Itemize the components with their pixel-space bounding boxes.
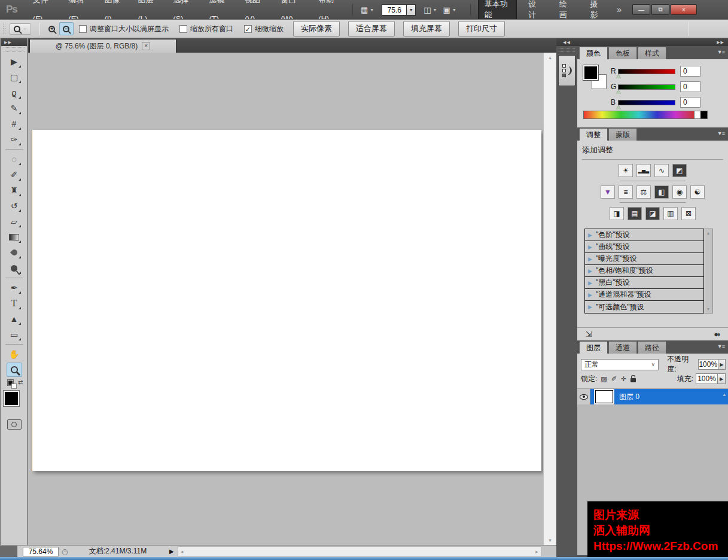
blue-slider[interactable] xyxy=(618,100,675,105)
close-document-icon[interactable]: × xyxy=(142,42,150,50)
curves-button[interactable]: ∿ xyxy=(654,164,669,177)
preset-scrollbar[interactable]: ▴ ▾ xyxy=(704,229,713,314)
status-flyout-icon[interactable]: ▶ xyxy=(166,548,178,555)
layer-thumbnail[interactable] xyxy=(595,390,613,403)
status-zoom-field[interactable]: 75.64% xyxy=(23,547,59,556)
dock-grip[interactable] xyxy=(559,48,575,52)
threshold-button[interactable]: ◪ xyxy=(645,207,660,220)
opacity-field[interactable]: 100% xyxy=(698,359,718,370)
rectangular-marquee-tool[interactable]: ▢ xyxy=(7,70,22,84)
slider-handle[interactable] xyxy=(616,74,621,78)
workspace-overflow-icon[interactable]: » xyxy=(612,5,626,14)
foreground-color-swatch[interactable] xyxy=(583,65,598,80)
tab-styles[interactable]: 样式 xyxy=(638,47,666,59)
zoom-all-windows-checkbox[interactable]: 缩放所有窗口 xyxy=(179,24,233,34)
scrubby-zoom-checkbox[interactable]: ✓ 细微缩放 xyxy=(244,24,284,34)
zoom-level-combobox[interactable]: 75.6 ▼ xyxy=(382,4,416,16)
preset-channel-mixer[interactable]: ▶"通道混和器"预设 xyxy=(585,289,703,301)
color-spectrum-ramp[interactable] xyxy=(583,111,708,119)
expander-icon[interactable]: ▶ xyxy=(585,268,596,274)
lasso-tool[interactable]: ϱ xyxy=(7,86,22,100)
vibrance-button[interactable]: ▼ xyxy=(601,185,615,199)
scroll-up-icon[interactable]: ▴ xyxy=(723,391,726,397)
levels-button[interactable]: ▂▅▃ xyxy=(636,164,651,177)
tab-color[interactable]: 颜色 xyxy=(579,47,608,59)
restore-button[interactable]: ⧉ xyxy=(651,4,669,15)
crop-tool[interactable]: # xyxy=(7,117,22,131)
default-background-swatch[interactable] xyxy=(11,384,17,389)
scroll-down-icon[interactable]: ▾ xyxy=(549,535,552,545)
photo-filter-button[interactable]: ◉ xyxy=(672,185,687,199)
preset-curves[interactable]: ▶"曲线"预设 xyxy=(585,241,703,253)
toolbox-grip[interactable] xyxy=(4,47,25,52)
path-selection-tool[interactable]: ▲ xyxy=(7,312,22,326)
slider-handle[interactable] xyxy=(616,105,621,109)
blur-tool[interactable] xyxy=(7,245,22,260)
red-value-field[interactable]: 0 xyxy=(680,66,700,77)
close-button[interactable]: × xyxy=(671,4,697,15)
horizontal-scrollbar[interactable]: ◂ ▸ xyxy=(178,546,541,557)
hand-tool[interactable]: ✋ xyxy=(7,347,22,361)
standard-view-icon[interactable]: ⇲ xyxy=(586,330,592,339)
channel-mixer-button[interactable]: ☯ xyxy=(690,185,705,199)
dodge-tool[interactable] xyxy=(7,261,22,275)
zoom-level-value[interactable]: 75.6 xyxy=(382,4,407,16)
zoom-tool[interactable] xyxy=(7,363,22,377)
preset-selective-color[interactable]: ▶"可选颜色"预设 xyxy=(585,301,703,313)
white-swatch[interactable] xyxy=(694,111,700,118)
canvas-area[interactable] xyxy=(28,53,543,545)
invert-button[interactable]: ◨ xyxy=(610,207,624,220)
panel-menu-icon[interactable]: ▼≡ xyxy=(717,130,724,136)
preset-exposure[interactable]: ▶"曝光度"预设 xyxy=(585,253,703,265)
layer-row-selected[interactable]: 图层 0 ▴ xyxy=(577,389,728,404)
black-white-button[interactable]: ◧ xyxy=(654,185,669,199)
dock-collapse-header[interactable]: ◀◀ xyxy=(556,38,577,46)
swap-colors-icon[interactable]: ⇄ xyxy=(18,379,23,385)
red-slider[interactable] xyxy=(618,69,675,74)
preset-levels[interactable]: ▶"色阶"预设 xyxy=(585,229,703,241)
spot-healing-brush-tool[interactable]: ◌ xyxy=(7,152,22,166)
checkbox-icon[interactable] xyxy=(179,25,187,33)
type-tool[interactable]: T xyxy=(7,296,22,311)
zoom-in-button[interactable]: + xyxy=(45,22,59,35)
lock-pixels-icon[interactable]: ✐ xyxy=(611,375,617,383)
lock-all-icon[interactable] xyxy=(630,378,636,382)
foreground-color-swatch[interactable] xyxy=(4,391,19,406)
brush-tool[interactable]: ✐ xyxy=(7,168,22,182)
vertical-scrollbar[interactable]: ▴ ▾ xyxy=(543,53,556,545)
chevron-down-icon[interactable]: ▼ xyxy=(407,4,416,16)
expander-icon[interactable]: ▶ xyxy=(585,256,596,262)
tab-masks[interactable]: 蒙版 xyxy=(608,128,637,141)
toolbox-collapse-header[interactable]: ▶▶ xyxy=(1,38,27,46)
launch-bridge-button[interactable]: ▦ ▼ xyxy=(358,4,377,16)
document-tab[interactable]: @ 75.6% (图层 0, RGB/8) × xyxy=(29,39,176,53)
expander-icon[interactable]: ▶ xyxy=(585,280,596,286)
scroll-left-icon[interactable]: ◂ xyxy=(181,549,184,555)
scroll-down-icon[interactable]: ▾ xyxy=(707,306,709,312)
fill-field[interactable]: 100% xyxy=(696,373,718,384)
blend-mode-select[interactable]: 正常 ∨ xyxy=(581,359,659,370)
panel-menu-icon[interactable]: ▼≡ xyxy=(717,343,724,349)
green-slider[interactable] xyxy=(618,84,675,90)
rectangle-tool[interactable]: ▭ xyxy=(7,327,22,342)
zoom-out-button[interactable]: − xyxy=(59,22,74,35)
spectrum-gradient[interactable] xyxy=(584,111,694,118)
hue-saturation-button[interactable]: ≡ xyxy=(619,185,633,199)
fill-screen-button[interactable]: 填充屏幕 xyxy=(403,21,450,36)
exposure-button[interactable]: ◩ xyxy=(672,164,687,177)
lock-position-icon[interactable]: ✛ xyxy=(621,375,626,383)
minimize-button[interactable]: — xyxy=(632,4,650,15)
dock-expand-header[interactable]: ▶▶ xyxy=(577,38,728,46)
panel-menu-icon[interactable]: ▼≡ xyxy=(717,49,724,55)
clone-stamp-tool[interactable]: ♜ xyxy=(7,183,22,197)
tab-layers[interactable]: 图层 xyxy=(579,341,608,354)
move-tool[interactable]: ▶ xyxy=(7,54,22,69)
options-bar-grip[interactable] xyxy=(2,22,6,35)
gradient-tool[interactable] xyxy=(7,230,22,244)
quick-selection-tool[interactable]: ✎ xyxy=(7,101,22,115)
color-balance-button[interactable]: ⚖ xyxy=(636,185,651,199)
document-canvas[interactable] xyxy=(32,130,541,471)
arrange-documents-button[interactable]: ◫ ▼ xyxy=(421,4,440,16)
blue-value-field[interactable]: 0 xyxy=(680,97,700,108)
expander-icon[interactable]: ▶ xyxy=(585,304,596,310)
